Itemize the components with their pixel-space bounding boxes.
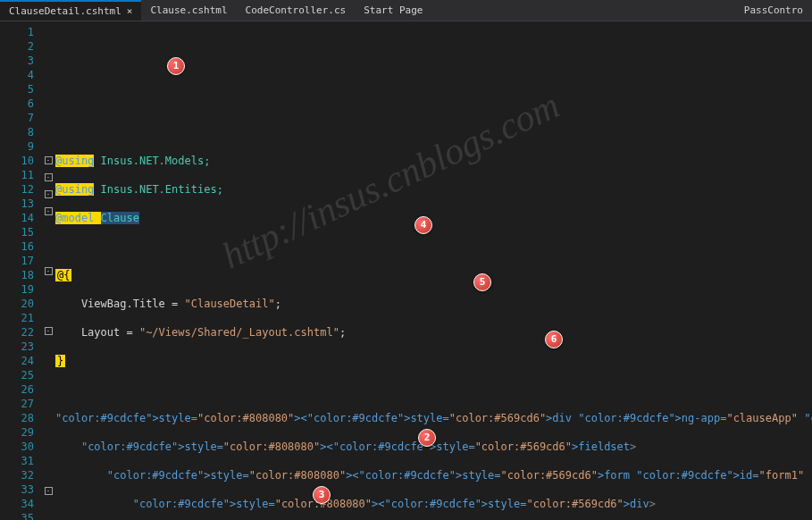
tab-label: ClauseDetail.cshtml	[9, 5, 121, 17]
callout-4: 4	[414, 216, 432, 234]
fold-icon[interactable]: -	[45, 267, 53, 275]
close-icon[interactable]: ×	[127, 5, 133, 17]
tab-label: Clause.cshtml	[150, 4, 227, 16]
fold-icon[interactable]: -	[45, 487, 53, 495]
callout-1: 1	[167, 57, 185, 75]
callout-5: 5	[473, 273, 491, 291]
fold-icon[interactable]: -	[45, 207, 53, 215]
fold-icon[interactable]: -	[45, 156, 53, 164]
tab-label: CodeController.cs	[246, 4, 347, 16]
tab-clausedetail[interactable]: ClauseDetail.cshtml×	[0, 0, 141, 21]
line-gutter: 1234567891011121314151617181920212223242…	[0, 21, 41, 520]
tab-clause[interactable]: Clause.cshtml	[141, 0, 236, 21]
editor: 1234567891011121314151617181920212223242…	[0, 21, 812, 520]
tab-label: Start Page	[364, 4, 423, 16]
callout-3: 3	[313, 486, 331, 504]
fold-icon[interactable]: -	[45, 327, 53, 335]
tab-passcontrol[interactable]: PassContro	[735, 0, 812, 21]
fold-gutter: - - - - - - - + +	[41, 21, 55, 520]
callout-2: 2	[418, 429, 436, 447]
callout-6: 6	[545, 331, 563, 348]
tab-startpage[interactable]: Start Page	[355, 0, 431, 21]
fold-icon[interactable]: -	[45, 190, 53, 198]
tab-spacer	[431, 0, 734, 21]
code-area[interactable]: http://insus.cnblogs.com 1 4 5 6 2 3 @us…	[55, 21, 812, 520]
tab-codecontroller[interactable]: CodeController.cs	[237, 0, 356, 21]
tab-label: PassContro	[744, 4, 803, 16]
fold-icon[interactable]: -	[45, 173, 53, 181]
tab-bar: ClauseDetail.cshtml× Clause.cshtml CodeC…	[0, 0, 812, 21]
